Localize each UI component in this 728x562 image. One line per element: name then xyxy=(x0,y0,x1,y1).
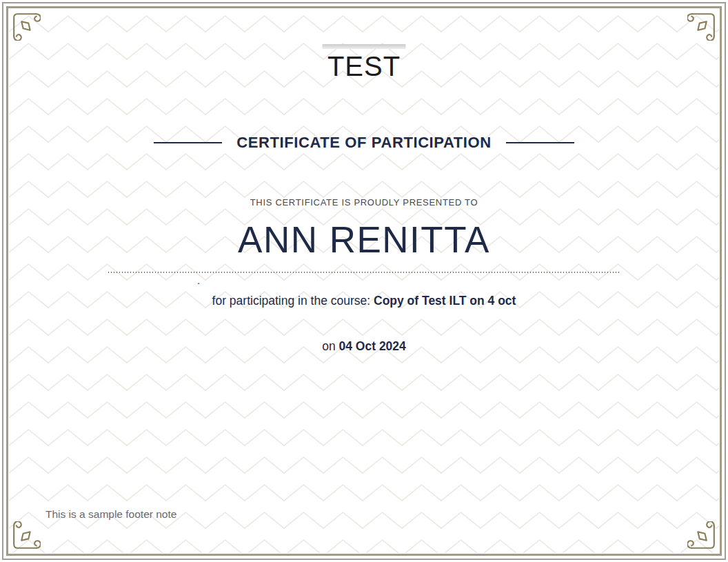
date-prefix: on xyxy=(322,339,338,353)
corner-flourish-icon xyxy=(9,9,41,41)
corner-flourish-icon xyxy=(9,521,41,553)
footer-note: This is a sample footer note xyxy=(46,508,176,521)
certificate: TEST CERTIFICATE OF PARTICIPATION THIS C… xyxy=(0,0,728,562)
brand-title: TEST xyxy=(0,51,728,82)
heading-divider-left xyxy=(154,142,222,143)
corner-flourish-icon xyxy=(687,9,719,41)
course-prefix: for participating in the course: xyxy=(212,294,374,308)
certificate-heading: CERTIFICATE OF PARTICIPATION xyxy=(236,134,492,152)
stray-mark: . xyxy=(197,275,200,286)
date-value: 04 Oct 2024 xyxy=(339,339,406,353)
brand-logo-bar xyxy=(323,44,406,49)
dotted-divider xyxy=(108,272,619,273)
presented-label: THIS CERTIFICATE IS PROUDLY PRESENTED TO xyxy=(0,197,728,208)
certificate-content: TEST CERTIFICATE OF PARTICIPATION THIS C… xyxy=(0,0,728,562)
heading-divider-right xyxy=(506,142,574,143)
corner-flourish-icon xyxy=(687,521,719,553)
course-name: Copy of Test ILT on 4 oct xyxy=(374,294,516,308)
course-line: for participating in the course: Copy of… xyxy=(0,294,728,308)
recipient-name: ANN RENITTA xyxy=(0,219,728,261)
date-line: on 04 Oct 2024 xyxy=(0,339,728,354)
heading-row: CERTIFICATE OF PARTICIPATION xyxy=(0,134,728,152)
